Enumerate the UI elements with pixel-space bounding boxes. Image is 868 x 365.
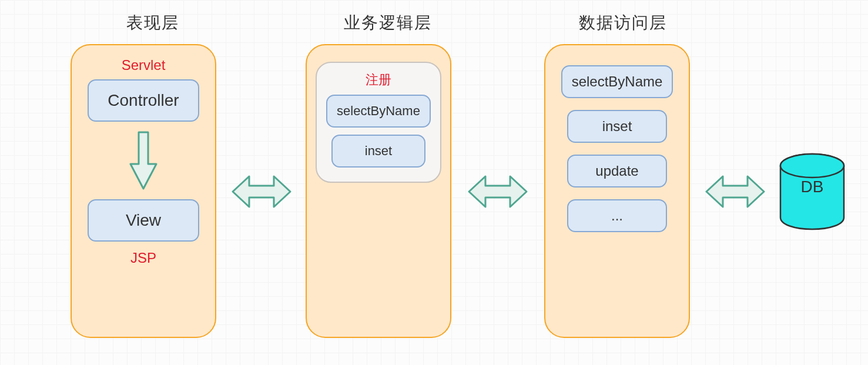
box-view: View (88, 199, 199, 242)
db-cylinder: DB (777, 152, 847, 196)
layer-presentation: Servlet Controller View JSP (71, 44, 216, 338)
label-jsp: JSP (130, 250, 156, 266)
box-biz-inset: inset (331, 135, 425, 168)
group-register: 注册 selectByName inset (316, 62, 441, 183)
arrow-bidirectional-3-icon (703, 170, 768, 215)
box-controller: Controller (88, 79, 199, 122)
title-business: 业务逻辑层 (311, 12, 464, 34)
layer-business: 注册 selectByName inset (306, 44, 451, 338)
arrow-down-icon (125, 129, 162, 193)
arrow-bidirectional-1-icon (229, 170, 294, 215)
title-data-access: 数据访问层 (547, 12, 699, 34)
layer-data-access: selectByName inset update ... (544, 44, 690, 338)
arrow-bidirectional-2-icon (465, 170, 530, 215)
box-da-selectbyname: selectByName (561, 65, 673, 98)
box-da-update: update (567, 155, 667, 187)
box-biz-selectbyname: selectByName (326, 95, 431, 128)
db-label: DB (801, 178, 824, 196)
label-servlet: Servlet (122, 57, 166, 73)
svg-point-1 (780, 154, 844, 178)
title-presentation: 表现层 (76, 12, 229, 34)
box-da-more: ... (567, 199, 667, 232)
label-register: 注册 (366, 71, 391, 89)
box-da-inset: inset (567, 110, 667, 143)
